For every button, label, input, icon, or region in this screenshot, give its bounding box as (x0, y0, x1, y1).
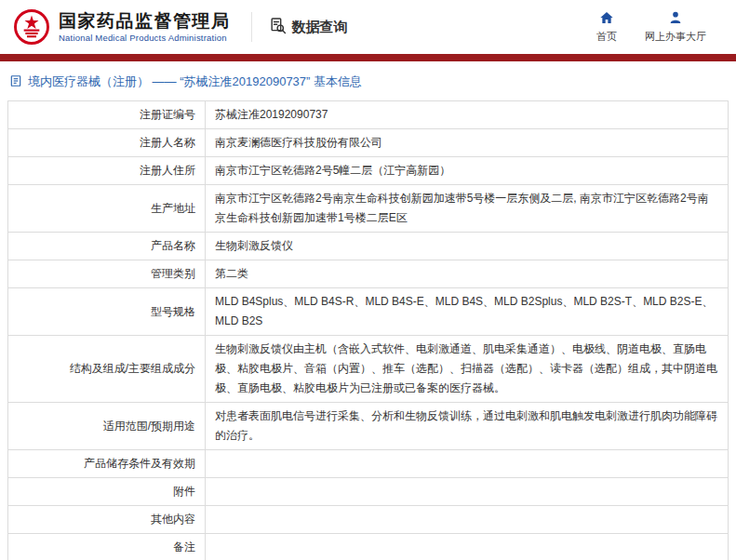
field-label: 附件 (8, 478, 206, 506)
field-label: 注册人住所 (8, 157, 206, 185)
field-value: 南京市江宁区乾德路2号5幢二层（江宁高新园） (206, 157, 729, 185)
home-icon (599, 10, 614, 27)
page-title: 境内医疗器械（注册） —— “苏械注准20192090737” 基本信息 (28, 73, 362, 90)
field-label: 产品名称 (8, 233, 206, 260)
field-value: 生物刺激反馈仪由主机（含嵌入式软件、电刺激通道、肌电采集通道）、电极线、阴道电极… (206, 336, 729, 403)
table-row: 附件 (8, 478, 729, 506)
field-value: MLD B4Splus、MLD B4S-R、MLD B4S-E、MLD B4S、… (206, 288, 729, 336)
registration-info-table: 注册证编号 苏械注准20192090737 注册人名称 南京麦澜德医疗科技股份有… (7, 100, 729, 560)
red-accent-bar (0, 54, 736, 61)
field-value (206, 450, 729, 478)
data-query-icon (269, 17, 287, 37)
table-row: 型号规格 MLD B4Splus、MLD B4S-R、MLD B4S-E、MLD… (8, 288, 729, 336)
field-value: 南京麦澜德医疗科技股份有限公司 (206, 129, 729, 157)
document-icon (9, 74, 22, 90)
field-label: 其他内容 (8, 506, 206, 534)
table-row: 注册证编号 苏械注准20192090737 (8, 101, 729, 129)
page-header: 国家药品监督管理局 National Medical Products Admi… (0, 0, 736, 54)
table-row: 结构及组成/主要组成成分 生物刺激反馈仪由主机（含嵌入式软件、电刺激通道、肌电采… (8, 336, 729, 403)
table-row: 注册人名称 南京麦澜德医疗科技股份有限公司 (8, 129, 729, 157)
field-value: 南京市江宁区乾德路2号南京生命科技创新园加速带5号楼一层东侧及二层, 南京市江宁… (206, 185, 729, 233)
field-label: 生产地址 (8, 185, 206, 233)
field-label: 型号规格 (8, 288, 206, 336)
top-nav: 首页 网上办事大厅 (596, 10, 723, 44)
table-row: 备注 (8, 534, 729, 560)
data-query-link[interactable]: 数据查询 (269, 17, 348, 37)
field-label: 产品储存条件及有效期 (8, 450, 206, 478)
nav-online-hall-label: 网上办事大厅 (645, 30, 706, 44)
field-label: 管理类别 (8, 260, 206, 288)
nmpa-logo[interactable]: 国家药品监督管理局 National Medical Products Admi… (13, 8, 231, 46)
table-row: 生产地址 南京市江宁区乾德路2号南京生命科技创新园加速带5号楼一层东侧及二层, … (8, 185, 729, 233)
field-value: 生物刺激反馈仪 (206, 233, 729, 260)
field-value (206, 534, 729, 560)
field-value (206, 506, 729, 534)
breadcrumb: 境内医疗器械（注册） —— “苏械注准20192090737” 基本信息 (0, 61, 736, 100)
table-row: 适用范围/预期用途 对患者表面肌电信号进行采集、分析和生物反馈训练，通过电刺激和… (8, 403, 729, 450)
table-row: 产品名称 生物刺激反馈仪 (8, 233, 729, 260)
nav-online-hall[interactable]: 网上办事大厅 (645, 10, 706, 44)
person-icon (668, 10, 683, 27)
field-label: 结构及组成/主要组成成分 (8, 336, 206, 403)
field-label: 适用范围/预期用途 (8, 403, 206, 450)
field-value: 苏械注准20192090737 (206, 101, 729, 129)
table-row: 注册人住所 南京市江宁区乾德路2号5幢二层（江宁高新园） (8, 157, 729, 185)
table-row: 管理类别 第二类 (8, 260, 729, 288)
field-value: 对患者表面肌电信号进行采集、分析和生物反馈训练，通过电刺激和肌电触发电刺激进行肌… (206, 403, 729, 450)
national-emblem-icon (13, 8, 50, 46)
field-label: 备注 (8, 534, 206, 560)
nav-home[interactable]: 首页 (596, 10, 617, 44)
field-label: 注册人名称 (8, 129, 206, 157)
agency-name-cn: 国家药品监督管理局 (59, 11, 231, 32)
table-row: 其他内容 (8, 506, 729, 534)
agency-name-en: National Medical Products Administration (59, 33, 231, 43)
field-value: 第二类 (206, 260, 729, 288)
data-query-label: 数据查询 (292, 19, 348, 36)
table-row: 产品储存条件及有效期 (8, 450, 729, 478)
field-value (206, 478, 729, 506)
field-label: 注册证编号 (8, 101, 206, 129)
nav-home-label: 首页 (596, 30, 617, 44)
header-divider (251, 12, 252, 42)
